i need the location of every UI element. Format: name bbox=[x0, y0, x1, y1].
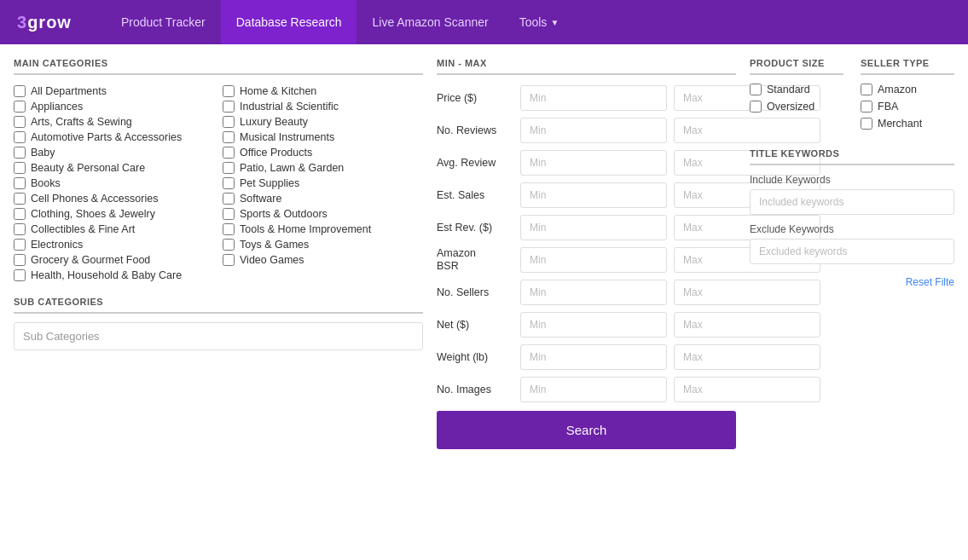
category-checkbox[interactable] bbox=[14, 162, 26, 174]
nav-tools[interactable]: Tools ▼ bbox=[504, 0, 575, 44]
list-item[interactable]: Appliances bbox=[14, 99, 214, 114]
category-checkbox[interactable] bbox=[14, 254, 26, 266]
category-checkbox[interactable] bbox=[14, 269, 26, 281]
list-item[interactable]: Grocery & Gourmet Food bbox=[14, 252, 214, 268]
price-min-input[interactable] bbox=[520, 85, 667, 111]
net-min-input[interactable] bbox=[520, 312, 667, 338]
amazon-bsr-min-input[interactable] bbox=[520, 247, 667, 273]
category-checkbox[interactable] bbox=[14, 239, 26, 251]
category-label: Grocery & Gourmet Food bbox=[31, 254, 150, 266]
standard-item[interactable]: Standard bbox=[750, 84, 843, 95]
net-label: Net ($) bbox=[437, 319, 513, 331]
list-item[interactable]: Cell Phones & Accessories bbox=[14, 191, 214, 206]
category-checkbox[interactable] bbox=[14, 101, 26, 113]
category-checkbox[interactable] bbox=[14, 177, 26, 189]
category-checkbox[interactable] bbox=[14, 223, 26, 235]
category-checkbox[interactable] bbox=[14, 147, 26, 159]
amazon-seller-checkbox[interactable] bbox=[861, 84, 872, 95]
category-checkbox[interactable] bbox=[223, 239, 235, 251]
list-item[interactable]: All Departments bbox=[14, 84, 214, 99]
include-keywords-label: Include Keywords bbox=[750, 174, 954, 186]
category-checkbox[interactable] bbox=[223, 85, 235, 97]
no-images-label: No. Images bbox=[437, 384, 513, 395]
main-content: MAIN CATEGORIES All Departments Applianc… bbox=[0, 44, 968, 560]
list-item[interactable]: Electronics bbox=[14, 237, 214, 252]
search-button[interactable]: Search bbox=[437, 411, 736, 449]
list-item[interactable]: Home & Kitchen bbox=[223, 84, 423, 99]
category-checkbox[interactable] bbox=[223, 162, 235, 174]
list-item[interactable]: Tools & Home Improvement bbox=[223, 222, 423, 237]
amazon-bsr-label: AmazonBSR bbox=[437, 247, 513, 273]
list-item[interactable]: Automotive Parts & Accessories bbox=[14, 130, 214, 145]
est-rev-filter-row: Est Rev. ($) bbox=[437, 215, 736, 240]
est-rev-min-input[interactable] bbox=[520, 215, 667, 240]
category-checkbox[interactable] bbox=[14, 208, 26, 220]
list-item[interactable]: Sports & Outdoors bbox=[223, 206, 423, 222]
min-max-title: MIN - MAX bbox=[437, 58, 736, 75]
oversized-checkbox[interactable] bbox=[750, 101, 762, 113]
amazon-bsr-filter-row: AmazonBSR bbox=[437, 247, 736, 273]
list-item[interactable]: Books bbox=[14, 176, 214, 191]
list-item[interactable]: Software bbox=[223, 191, 423, 206]
list-item[interactable]: Beauty & Personal Care bbox=[14, 160, 214, 176]
list-item[interactable]: Collectibles & Fine Art bbox=[14, 222, 214, 237]
category-label: Clothing, Shoes & Jewelry bbox=[31, 208, 155, 220]
category-checkbox[interactable] bbox=[223, 101, 235, 113]
category-checkbox[interactable] bbox=[223, 254, 235, 266]
category-checkbox[interactable] bbox=[14, 131, 26, 143]
oversized-label: Oversized bbox=[767, 101, 814, 113]
left-panel: MAIN CATEGORIES All Departments Applianc… bbox=[14, 58, 423, 546]
category-checkbox[interactable] bbox=[223, 177, 235, 189]
category-label: Electronics bbox=[31, 239, 83, 251]
category-checkbox[interactable] bbox=[223, 147, 235, 159]
amazon-seller-item[interactable]: Amazon bbox=[861, 84, 954, 95]
weight-min-input[interactable] bbox=[520, 344, 667, 370]
list-item[interactable]: Industrial & Scientific bbox=[223, 99, 423, 114]
net-filter-row: Net ($) bbox=[437, 312, 736, 338]
exclude-keywords-input[interactable] bbox=[750, 239, 954, 264]
merchant-seller-item[interactable]: Merchant bbox=[861, 118, 954, 130]
fba-seller-checkbox[interactable] bbox=[861, 101, 872, 113]
categories-col2: Home & Kitchen Industrial & Scientific L… bbox=[223, 84, 423, 283]
merchant-seller-label: Merchant bbox=[878, 118, 922, 130]
sub-categories-input[interactable] bbox=[14, 322, 423, 350]
category-label: Luxury Beauty bbox=[240, 116, 308, 128]
navbar: 3grow Product Tracker Database Research … bbox=[0, 0, 968, 44]
list-item[interactable]: Toys & Games bbox=[223, 237, 423, 252]
list-item[interactable]: Musical Instruments bbox=[223, 130, 423, 145]
no-sellers-min-input[interactable] bbox=[520, 280, 667, 305]
category-checkbox[interactable] bbox=[14, 116, 26, 128]
list-item[interactable]: Baby bbox=[14, 145, 214, 160]
list-item[interactable]: Arts, Crafts & Sewing bbox=[14, 114, 214, 130]
list-item[interactable]: Patio, Lawn & Garden bbox=[223, 160, 423, 176]
standard-checkbox[interactable] bbox=[750, 84, 762, 95]
no-reviews-min-input[interactable] bbox=[520, 118, 667, 143]
list-item[interactable]: Luxury Beauty bbox=[223, 114, 423, 130]
list-item[interactable]: Office Products bbox=[223, 145, 423, 160]
oversized-item[interactable]: Oversized bbox=[750, 101, 843, 113]
category-checkbox[interactable] bbox=[223, 208, 235, 220]
avg-review-min-input[interactable] bbox=[520, 150, 667, 176]
fba-seller-item[interactable]: FBA bbox=[861, 101, 954, 113]
category-checkbox[interactable] bbox=[223, 223, 235, 235]
est-sales-min-input[interactable] bbox=[520, 182, 667, 208]
reset-filter-link[interactable]: Reset Filte bbox=[750, 276, 954, 288]
nav-product-tracker[interactable]: Product Tracker bbox=[106, 0, 221, 44]
list-item[interactable]: Health, Household & Baby Care bbox=[14, 268, 214, 283]
include-keywords-input[interactable] bbox=[750, 189, 954, 215]
list-item[interactable]: Clothing, Shoes & Jewelry bbox=[14, 206, 214, 222]
list-item[interactable]: Video Games bbox=[223, 252, 423, 268]
category-checkbox[interactable] bbox=[223, 193, 235, 205]
category-checkbox[interactable] bbox=[14, 85, 26, 97]
no-images-min-input[interactable] bbox=[520, 377, 667, 402]
category-checkbox[interactable] bbox=[223, 116, 235, 128]
list-item[interactable]: Pet Supplies bbox=[223, 176, 423, 191]
est-rev-label: Est Rev. ($) bbox=[437, 222, 513, 234]
category-checkbox[interactable] bbox=[223, 131, 235, 143]
category-label: Collectibles & Fine Art bbox=[31, 223, 135, 235]
nav-live-amazon-scanner[interactable]: Live Amazon Scanner bbox=[356, 0, 503, 44]
merchant-seller-checkbox[interactable] bbox=[861, 118, 872, 130]
category-label: Musical Instruments bbox=[240, 131, 334, 143]
nav-database-research[interactable]: Database Research bbox=[221, 0, 357, 44]
category-checkbox[interactable] bbox=[14, 193, 26, 205]
